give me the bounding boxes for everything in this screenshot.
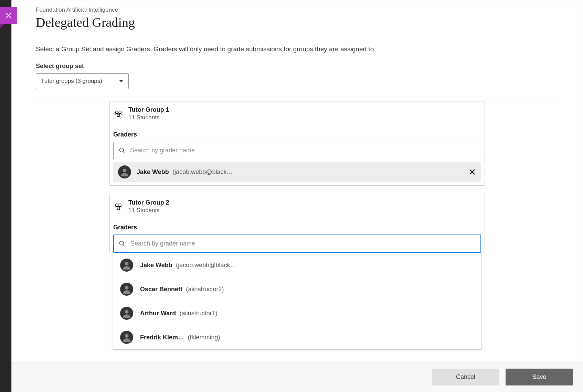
group-icon [113,202,124,212]
grader-name: Fredrik Klem… [140,334,184,341]
grader-username: (jacob.webb@black… [176,262,236,269]
description-text: Select a Group Set and assign Graders. G… [36,45,559,53]
avatar [120,331,133,344]
graders-label: Graders [113,131,481,138]
group-header: Tutor Group 1 11 Students [110,101,485,126]
close-icon [468,168,476,176]
groupset-label: Select group set [36,63,559,70]
svg-point-9 [120,241,124,245]
delegated-grading-panel: Foundation Artificial Intelligence Deleg… [11,0,583,392]
group-card: Tutor Group 1 11 Students Graders [109,101,485,186]
svg-point-14 [125,334,129,338]
grader-username: (aiinstructor1) [180,310,218,317]
svg-point-5 [123,168,127,172]
grader-username: (aiinstructor2) [186,286,224,293]
svg-point-11 [125,262,129,265]
backdrop [0,0,11,392]
grader-suggestion-item[interactable]: Arthur Ward (aiinstructor1) [113,301,481,325]
divider [36,97,559,97]
group-name: Tutor Group 2 [128,199,169,206]
group-icon [113,109,124,119]
assigned-grader-row: Jake Webb (jacob.webb@black… [113,162,481,182]
group-student-count: 11 Students [128,207,169,214]
svg-point-13 [125,310,129,314]
grader-search-wrap [113,235,481,253]
grader-name: Oscar Bennett [140,286,182,293]
close-icon [4,11,13,20]
group-body: Graders [110,219,485,253]
close-panel-button[interactable] [0,7,17,24]
grader-username: (jacob.webb@black… [172,168,233,175]
avatar [120,283,133,296]
svg-point-7 [119,204,121,206]
group-card: Tutor Group 2 11 Students Graders [109,194,485,253]
panel-footer: Cancel Save [12,362,583,392]
remove-grader-button[interactable] [468,168,476,176]
breadcrumb: Foundation Artificial Intelligence [36,7,559,13]
grader-search-input[interactable] [113,235,481,253]
grader-search-input[interactable] [113,142,481,159]
grader-name: Arthur Ward [140,310,176,317]
page-title: Delegated Grading [36,15,559,30]
avatar [120,307,133,320]
groupset-select[interactable]: Tutor groups (3 groups) [36,73,129,89]
group-header: Tutor Group 2 11 Students [110,194,485,219]
search-icon [119,147,126,154]
avatar [118,165,131,178]
avatar [120,259,133,272]
svg-point-6 [116,204,118,206]
grader-suggestion-item[interactable]: Oscar Bennett (aiinstructor2) [113,277,481,301]
chevron-down-icon [119,80,123,83]
group-list: Tutor Group 1 11 Students Graders [36,101,559,350]
grader-name: Jake Webb [140,262,172,269]
grader-name: Jake Webb [137,168,169,175]
save-button[interactable]: Save [506,369,573,385]
graders-label: Graders [113,224,481,231]
group-body: Graders Jake Webb (jacob.webb@b [110,126,485,185]
groupset-selected-value: Tutor groups (3 groups) [36,73,129,89]
svg-point-3 [120,148,124,152]
svg-point-12 [125,286,129,290]
svg-point-0 [116,111,118,113]
grader-suggestions-dropdown: Jake Webb (jacob.webb@black… Oscar Benne… [113,253,481,350]
panel-content: Select a Group Set and assign Graders. G… [12,37,583,362]
cancel-button[interactable]: Cancel [432,369,499,385]
svg-point-1 [119,111,121,113]
group-name: Tutor Group 1 [128,106,169,113]
grader-suggestion-item[interactable]: Jake Webb (jacob.webb@black… [113,253,481,277]
grader-suggestion-item[interactable]: Fredrik Klem… (fklemming) [113,325,481,349]
search-icon [119,240,126,247]
panel-header: Foundation Artificial Intelligence Deleg… [12,0,583,37]
group-student-count: 11 Students [128,114,169,121]
grader-username: (fklemming) [188,334,220,341]
svg-line-4 [123,151,125,153]
svg-line-10 [123,244,125,246]
grader-search-wrap [113,142,481,159]
